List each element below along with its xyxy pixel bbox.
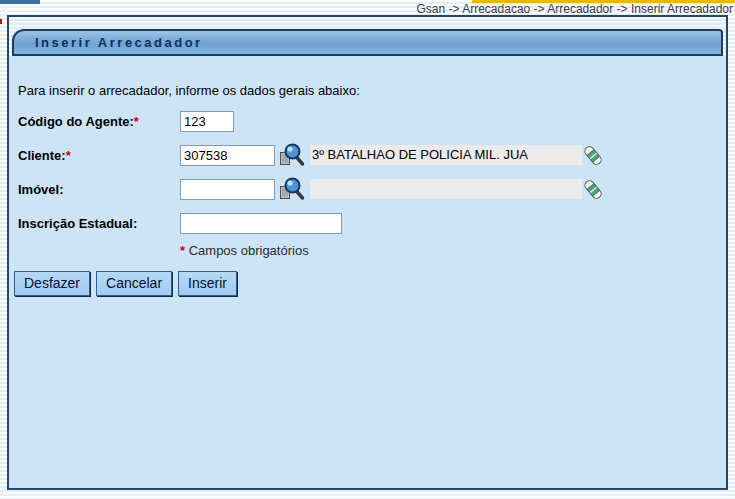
cliente-display-name: 3º BATALHAO DE POLICIA MIL. JUA — [310, 145, 582, 165]
imovel-label: Imóvel: — [18, 182, 180, 197]
inscricao-estadual-input[interactable] — [180, 213, 342, 234]
intro-text: Para inserir o arrecadador, informe os d… — [18, 83, 726, 98]
imovel-label-text: Imóvel: — [18, 182, 64, 197]
codigo-agente-required-marker: * — [134, 114, 139, 129]
panel-head: Inserir Arrecadador — [9, 17, 726, 56]
field-row-codigo-agente: Código do Agente:* — [18, 110, 726, 132]
field-row-cliente: Cliente:* 3º BATALHAO DE POLICIA MIL. JU… — [18, 144, 726, 166]
eraser-icon — [583, 178, 603, 201]
page-title: Inserir Arrecadador — [35, 35, 203, 50]
magnifier-icon — [279, 143, 306, 167]
header-bar — [0, 0, 40, 4]
cancelar-button[interactable]: Cancelar — [96, 271, 172, 296]
field-row-inscricao-estadual: Inscrição Estadual: — [18, 212, 726, 234]
imovel-display-name — [310, 179, 582, 199]
codigo-agente-label: Código do Agente:* — [18, 114, 180, 129]
form-panel: Inserir Arrecadador Para inserir o arrec… — [7, 15, 728, 490]
cliente-search-button[interactable] — [279, 143, 306, 167]
cliente-required-marker: * — [66, 148, 71, 163]
required-fields-note: * Campos obrigatórios — [180, 243, 726, 258]
cliente-input[interactable] — [180, 145, 275, 166]
cliente-label: Cliente:* — [18, 148, 180, 163]
breadcrumb[interactable]: Gsan -> Arrecadacao -> Arrecadador -> In… — [417, 2, 734, 16]
magnifier-icon — [279, 177, 306, 201]
eraser-icon — [583, 144, 603, 167]
desfazer-button[interactable]: Desfazer — [14, 271, 90, 296]
title-bar: Inserir Arrecadador — [12, 29, 723, 56]
imovel-input[interactable] — [180, 179, 275, 200]
required-note-text: Campos obrigatórios — [189, 243, 309, 258]
imovel-clear-button[interactable] — [583, 177, 603, 201]
cliente-label-text: Cliente: — [18, 148, 66, 163]
imovel-search-button[interactable] — [279, 177, 306, 201]
red-marker — [0, 19, 2, 24]
cliente-clear-button[interactable] — [583, 143, 603, 167]
inscricao-estadual-label: Inscrição Estadual: — [18, 216, 180, 231]
codigo-agente-label-text: Código do Agente: — [18, 114, 134, 129]
field-row-imovel: Imóvel: — [18, 178, 726, 200]
inserir-button[interactable]: Inserir — [178, 271, 237, 296]
required-note-marker: * — [180, 243, 185, 258]
inscricao-estadual-label-text: Inscrição Estadual: — [18, 216, 137, 231]
action-buttons-row: Desfazer Cancelar Inserir — [9, 271, 726, 296]
codigo-agente-input[interactable] — [180, 111, 234, 132]
